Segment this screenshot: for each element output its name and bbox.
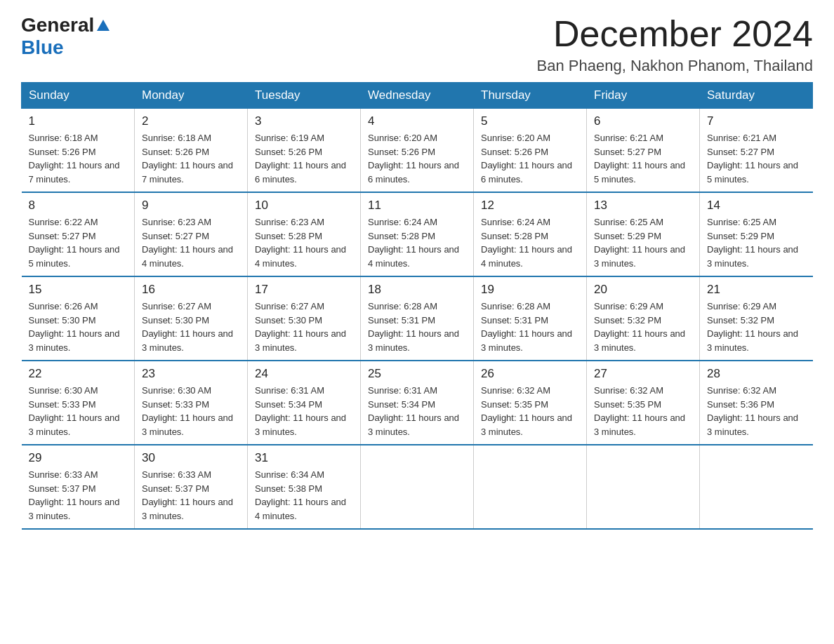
calendar-cell	[361, 445, 474, 529]
calendar-title: December 2024	[537, 14, 813, 54]
day-header-monday: Monday	[135, 83, 248, 109]
page-header: General Blue December 2024 Ban Phaeng, N…	[21, 14, 813, 75]
day-header-tuesday: Tuesday	[248, 83, 361, 109]
calendar-cell: 3 Sunrise: 6:19 AM Sunset: 5:26 PM Dayli…	[248, 109, 361, 193]
day-info: Sunrise: 6:22 AM Sunset: 5:27 PM Dayligh…	[29, 215, 128, 270]
calendar-cell: 19 Sunrise: 6:28 AM Sunset: 5:31 PM Dayl…	[474, 276, 587, 361]
day-number: 5	[481, 114, 579, 128]
calendar-cell: 8 Sunrise: 6:22 AM Sunset: 5:27 PM Dayli…	[22, 192, 135, 276]
day-info: Sunrise: 6:30 AM Sunset: 5:33 PM Dayligh…	[142, 384, 240, 438]
day-number: 4	[368, 114, 466, 128]
day-number: 16	[142, 283, 240, 297]
calendar-cell: 22 Sunrise: 6:30 AM Sunset: 5:33 PM Dayl…	[22, 361, 135, 445]
calendar-cell	[700, 445, 813, 529]
day-info: Sunrise: 6:33 AM Sunset: 5:37 PM Dayligh…	[29, 468, 128, 523]
day-number: 7	[707, 114, 806, 128]
calendar-table: SundayMondayTuesdayWednesdayThursdayFrid…	[21, 82, 813, 530]
calendar-cell: 15 Sunrise: 6:26 AM Sunset: 5:30 PM Dayl…	[22, 276, 135, 361]
calendar-cell: 4 Sunrise: 6:20 AM Sunset: 5:26 PM Dayli…	[361, 109, 474, 193]
day-number: 2	[142, 114, 240, 128]
calendar-cell: 24 Sunrise: 6:31 AM Sunset: 5:34 PM Dayl…	[248, 361, 361, 445]
calendar-week-row: 15 Sunrise: 6:26 AM Sunset: 5:30 PM Dayl…	[22, 276, 813, 361]
logo-blue-text: Blue	[21, 36, 64, 59]
calendar-cell: 13 Sunrise: 6:25 AM Sunset: 5:29 PM Dayl…	[587, 192, 700, 276]
day-info: Sunrise: 6:25 AM Sunset: 5:29 PM Dayligh…	[594, 215, 692, 270]
calendar-cell: 9 Sunrise: 6:23 AM Sunset: 5:27 PM Dayli…	[135, 192, 248, 276]
day-number: 22	[29, 367, 128, 381]
day-info: Sunrise: 6:19 AM Sunset: 5:26 PM Dayligh…	[255, 131, 353, 186]
day-info: Sunrise: 6:21 AM Sunset: 5:27 PM Dayligh…	[594, 131, 692, 186]
calendar-cell: 5 Sunrise: 6:20 AM Sunset: 5:26 PM Dayli…	[474, 109, 587, 193]
day-info: Sunrise: 6:28 AM Sunset: 5:31 PM Dayligh…	[368, 300, 466, 354]
day-info: Sunrise: 6:24 AM Sunset: 5:28 PM Dayligh…	[481, 215, 579, 270]
day-info: Sunrise: 6:27 AM Sunset: 5:30 PM Dayligh…	[255, 300, 353, 354]
day-info: Sunrise: 6:34 AM Sunset: 5:38 PM Dayligh…	[255, 468, 353, 523]
calendar-subtitle: Ban Phaeng, Nakhon Phanom, Thailand	[537, 57, 813, 75]
day-number: 17	[255, 283, 353, 297]
day-header-friday: Friday	[587, 83, 700, 109]
day-number: 30	[142, 451, 240, 465]
day-header-thursday: Thursday	[474, 83, 587, 109]
day-header-saturday: Saturday	[700, 83, 813, 109]
day-number: 28	[707, 367, 806, 381]
calendar-week-row: 22 Sunrise: 6:30 AM Sunset: 5:33 PM Dayl…	[22, 361, 813, 445]
calendar-cell: 10 Sunrise: 6:23 AM Sunset: 5:28 PM Dayl…	[248, 192, 361, 276]
calendar-cell: 29 Sunrise: 6:33 AM Sunset: 5:37 PM Dayl…	[22, 445, 135, 529]
day-number: 31	[255, 451, 353, 465]
day-number: 21	[707, 283, 806, 297]
title-block: December 2024 Ban Phaeng, Nakhon Phanom,…	[537, 14, 813, 75]
day-number: 18	[368, 283, 466, 297]
calendar-cell	[587, 445, 700, 529]
day-number: 23	[142, 367, 240, 381]
day-info: Sunrise: 6:20 AM Sunset: 5:26 PM Dayligh…	[481, 131, 579, 186]
calendar-week-row: 8 Sunrise: 6:22 AM Sunset: 5:27 PM Dayli…	[22, 192, 813, 276]
day-info: Sunrise: 6:28 AM Sunset: 5:31 PM Dayligh…	[481, 300, 579, 354]
calendar-cell: 28 Sunrise: 6:32 AM Sunset: 5:36 PM Dayl…	[700, 361, 813, 445]
day-info: Sunrise: 6:18 AM Sunset: 5:26 PM Dayligh…	[142, 131, 240, 186]
day-info: Sunrise: 6:30 AM Sunset: 5:33 PM Dayligh…	[29, 384, 128, 438]
day-header-wednesday: Wednesday	[361, 83, 474, 109]
calendar-week-row: 1 Sunrise: 6:18 AM Sunset: 5:26 PM Dayli…	[22, 109, 813, 193]
day-info: Sunrise: 6:29 AM Sunset: 5:32 PM Dayligh…	[707, 300, 806, 354]
day-number: 9	[142, 199, 240, 213]
day-number: 15	[29, 283, 128, 297]
calendar-cell: 17 Sunrise: 6:27 AM Sunset: 5:30 PM Dayl…	[248, 276, 361, 361]
day-number: 10	[255, 199, 353, 213]
calendar-week-row: 29 Sunrise: 6:33 AM Sunset: 5:37 PM Dayl…	[22, 445, 813, 529]
calendar-cell: 21 Sunrise: 6:29 AM Sunset: 5:32 PM Dayl…	[700, 276, 813, 361]
day-number: 20	[594, 283, 692, 297]
day-number: 25	[368, 367, 466, 381]
day-info: Sunrise: 6:27 AM Sunset: 5:30 PM Dayligh…	[142, 300, 240, 354]
logo-triangle-icon	[95, 18, 111, 32]
day-info: Sunrise: 6:32 AM Sunset: 5:36 PM Dayligh…	[707, 384, 806, 438]
calendar-cell	[474, 445, 587, 529]
calendar-cell: 31 Sunrise: 6:34 AM Sunset: 5:38 PM Dayl…	[248, 445, 361, 529]
day-number: 26	[481, 367, 579, 381]
day-info: Sunrise: 6:20 AM Sunset: 5:26 PM Dayligh…	[368, 131, 466, 186]
calendar-cell: 20 Sunrise: 6:29 AM Sunset: 5:32 PM Dayl…	[587, 276, 700, 361]
svg-marker-0	[97, 20, 110, 31]
calendar-cell: 27 Sunrise: 6:32 AM Sunset: 5:35 PM Dayl…	[587, 361, 700, 445]
calendar-cell: 26 Sunrise: 6:32 AM Sunset: 5:35 PM Dayl…	[474, 361, 587, 445]
day-info: Sunrise: 6:31 AM Sunset: 5:34 PM Dayligh…	[255, 384, 353, 438]
day-number: 8	[29, 199, 128, 213]
day-info: Sunrise: 6:31 AM Sunset: 5:34 PM Dayligh…	[368, 384, 466, 438]
day-info: Sunrise: 6:18 AM Sunset: 5:26 PM Dayligh…	[29, 131, 128, 186]
logo-general-text: General	[21, 14, 94, 36]
day-number: 27	[594, 367, 692, 381]
calendar-cell: 2 Sunrise: 6:18 AM Sunset: 5:26 PM Dayli…	[135, 109, 248, 193]
calendar-cell: 1 Sunrise: 6:18 AM Sunset: 5:26 PM Dayli…	[22, 109, 135, 193]
calendar-header-row: SundayMondayTuesdayWednesdayThursdayFrid…	[22, 83, 813, 109]
calendar-cell: 6 Sunrise: 6:21 AM Sunset: 5:27 PM Dayli…	[587, 109, 700, 193]
day-number: 11	[368, 199, 466, 213]
day-info: Sunrise: 6:29 AM Sunset: 5:32 PM Dayligh…	[594, 300, 692, 354]
day-number: 1	[29, 114, 128, 128]
calendar-cell: 18 Sunrise: 6:28 AM Sunset: 5:31 PM Dayl…	[361, 276, 474, 361]
calendar-cell: 23 Sunrise: 6:30 AM Sunset: 5:33 PM Dayl…	[135, 361, 248, 445]
day-number: 14	[707, 199, 806, 213]
day-number: 12	[481, 199, 579, 213]
logo: General Blue	[21, 14, 111, 59]
calendar-cell: 25 Sunrise: 6:31 AM Sunset: 5:34 PM Dayl…	[361, 361, 474, 445]
day-info: Sunrise: 6:32 AM Sunset: 5:35 PM Dayligh…	[481, 384, 579, 438]
day-info: Sunrise: 6:33 AM Sunset: 5:37 PM Dayligh…	[142, 468, 240, 523]
